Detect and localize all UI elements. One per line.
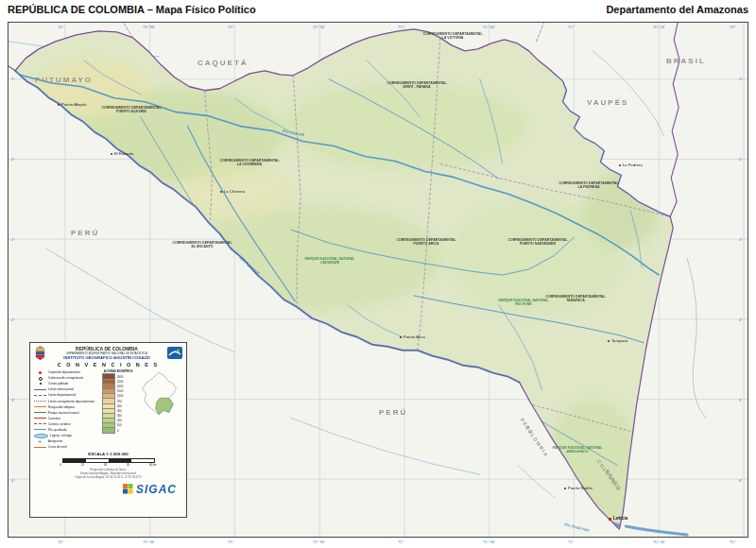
map-label-text: 73° (228, 539, 233, 544)
legend-header: REPÚBLICA DE COLOMBIA DEPARTAMENTO ADMIN… (34, 346, 182, 360)
elevation-label: 700 (117, 400, 122, 403)
legend-symbol-icon (34, 372, 46, 373)
convenciones-title: C O N V E N C I O N E S (34, 362, 182, 368)
legend-symbol-icon (34, 423, 46, 424)
elevation-rows: 3000 2500 2000 (102, 374, 134, 433)
elevation-label: 0 (117, 429, 119, 433)
elevation-scale: ALTURAS EN METROS 3000 2500 (102, 369, 134, 450)
scale-tick: 15 (81, 463, 84, 467)
legend-notes: Proyección Conforme de GaussDatum horizo… (34, 469, 182, 480)
legend-panel: REPÚBLICA DE COLOMBIA DEPARTAMENTO ADMIN… (29, 342, 187, 518)
map-label: 72° (398, 539, 404, 544)
page-title: REPÚBLICA DE COLOMBIA – Mapa Físico Polí… (8, 4, 256, 15)
legend-item-label: Camino, sendero (48, 422, 71, 426)
legend-item-label: Límite corregimiento departamental (48, 400, 94, 403)
legend-item-label: Límite internacional (48, 387, 74, 391)
legend-symbol-icon (34, 412, 46, 413)
map-label-text: 73° 30' (143, 539, 155, 544)
elevation-label: 200 (117, 419, 122, 422)
map-label-text: 72° 30' (313, 539, 325, 544)
legend-note: Origen de la zona Bogotá: 74° 04' 51.30 … (34, 476, 182, 480)
legend-items: Capital de departamento Cabecera de corr… (34, 369, 99, 450)
legend-symbol-icon (34, 441, 46, 442)
scale-ticks: 015304560 km (60, 463, 157, 467)
legend-item: Curva de nivel (34, 444, 99, 450)
elevation-label: 100 (117, 423, 122, 427)
elevation-swatch (102, 427, 115, 433)
legend-symbol-icon (34, 401, 46, 402)
legend-symbol-icon (34, 384, 46, 385)
scale-tick: 60 km (149, 463, 157, 467)
legend-item-label: Carretera (48, 417, 60, 420)
legend-symbol-icon (34, 389, 46, 390)
elevation-label: 300 (117, 414, 122, 418)
scale-block: ESCALA 1:1.500.000 015304560 km (34, 452, 182, 467)
scale-tick: 45 (127, 463, 129, 467)
legend-institute: INSTITUTO GEOGRÁFICO AGUSTÍN CODAZZI (48, 355, 165, 360)
legend-symbol-icon (34, 418, 46, 419)
map-label-text: 70° 30' (653, 539, 665, 544)
legend-symbol-icon (34, 434, 48, 438)
elevation-label: 2000 (117, 385, 123, 388)
elevation-label: 1000 (117, 394, 123, 398)
map-label: 70° 30' (653, 539, 665, 544)
legend-symbol-icon (34, 406, 46, 407)
legend-symbol-icon (34, 429, 46, 430)
map-label: 70° (730, 539, 735, 544)
department-title: Departamento del Amazonas (606, 4, 748, 15)
legend-body: Capital de departamento Cabecera de corr… (34, 369, 182, 450)
map-label: 74° (58, 539, 63, 544)
colombia-outline-icon (139, 371, 180, 419)
igac-logo-icon (167, 347, 182, 359)
map-label: 71° (568, 539, 574, 544)
elevation-label: 400 (117, 409, 122, 413)
legend-item-label: Límite departamental (48, 393, 76, 397)
map-canvas: PUTUMAYO CAQUETÁ VAUPÉS BRASIL PERÚ PERÚ… (8, 22, 748, 538)
legend-symbol-icon (34, 378, 46, 379)
header: REPÚBLICA DE COLOMBIA – Mapa Físico Polí… (0, 0, 756, 21)
map-label: 73° (228, 539, 233, 544)
sigac-text: SIGAC (136, 483, 177, 496)
legend-symbol-icon (34, 395, 46, 396)
legend-item-label: Resguardo indígena (48, 405, 75, 409)
legend-item-label: Capital de departamento (48, 370, 80, 374)
elevation-label: 3000 (117, 375, 123, 379)
elevation-label: 1500 (117, 389, 123, 393)
map-label-text: 74° (58, 539, 63, 544)
legend-item-label: Curva de nivel (48, 445, 67, 449)
legend-titles: REPÚBLICA DE COLOMBIA DEPARTAMENTO ADMIN… (48, 346, 165, 360)
colombia-inset-map (137, 369, 182, 450)
legend-item-label: Cabecera de corregimiento (48, 376, 83, 380)
colombia-coat-of-arms-icon (34, 346, 46, 360)
legend-item-label: Centro poblado (48, 382, 68, 385)
legend-item-label: Aeropuerto (48, 439, 62, 443)
sigac-glyph-icon (123, 484, 133, 494)
elevation-title: ALTURAS EN METROS (102, 369, 134, 373)
elevation-label: 2500 (117, 380, 123, 384)
elevation-label: 500 (117, 404, 122, 408)
scale-tick: 0 (60, 463, 62, 467)
scale-tick: 30 (104, 463, 107, 467)
sigac-logo: SIGAC (34, 483, 182, 496)
map-label-text: 70° (730, 539, 735, 544)
legend-symbol-icon (34, 447, 46, 448)
legend-item-label: Parque nacional natural (48, 411, 79, 415)
legend-item-label: Río, quebrada (48, 428, 67, 432)
map-label: 72° 30' (313, 539, 325, 544)
legend-item-label: Laguna, ciénaga (50, 434, 72, 437)
scale-title: ESCALA 1:1.500.000 (34, 452, 182, 456)
map-label: 73° 30' (143, 539, 155, 544)
map-label-text: 72° (398, 539, 404, 544)
page: REPÚBLICA DE COLOMBIA – Mapa Físico Polí… (0, 0, 756, 548)
map-label-text: 71° (568, 539, 574, 544)
map-label-text: 71° 30' (483, 539, 495, 544)
elevation-row: 0 (102, 428, 134, 433)
map-label: 71° 30' (483, 539, 495, 544)
